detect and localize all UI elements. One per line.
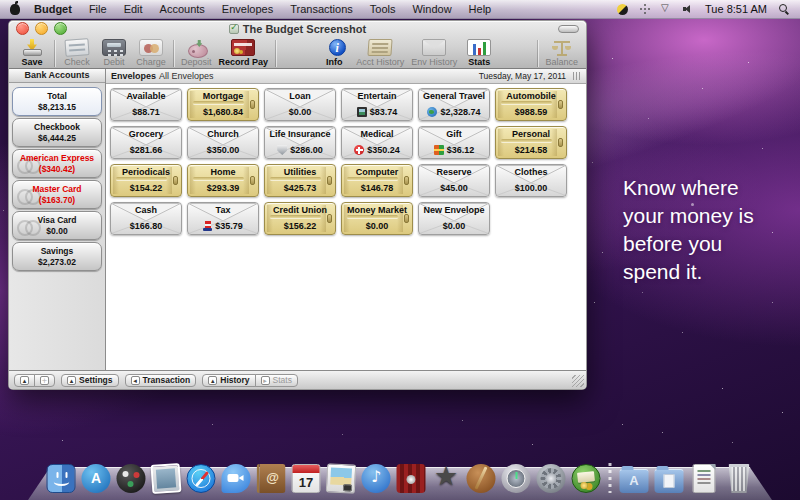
menu-budget[interactable]: Budget <box>34 3 72 15</box>
envelope-credit-union[interactable]: Credit Union$156.22 <box>264 202 336 235</box>
envelope-general-travel[interactable]: General Travel$2,328.74 <box>418 88 490 121</box>
menu-help[interactable]: Help <box>469 3 492 15</box>
envelope-available[interactable]: Available$88.71 <box>110 88 182 121</box>
check-button[interactable]: Check <box>62 39 92 67</box>
statusbar-settings[interactable]: ▴Settings <box>61 374 119 387</box>
balance-button[interactable]: Balance <box>545 39 578 67</box>
dock-trash[interactable] <box>724 462 755 493</box>
deposit-button[interactable]: Deposit <box>181 42 212 67</box>
envelope-grocery[interactable]: Grocery$281.66 <box>110 126 182 159</box>
envelope-clothes[interactable]: Clothes$100.00 <box>495 164 567 197</box>
dock-finder[interactable] <box>46 462 77 493</box>
statusbar-history[interactable]: ▴History <box>202 374 255 387</box>
menu-envelopes[interactable]: Envelopes <box>222 3 273 15</box>
envelope-automobile[interactable]: Automobile$988.59 <box>495 88 567 121</box>
statusbar-transaction[interactable]: ◂Transaction <box>125 374 197 387</box>
menu-file[interactable]: File <box>89 3 107 15</box>
dock-imovie[interactable] <box>431 462 462 493</box>
account-total[interactable]: Total$8,213.15 <box>12 87 102 116</box>
dock-safari[interactable] <box>186 462 217 493</box>
record-pay-button[interactable]: Record Pay <box>219 39 269 67</box>
envelope-computer[interactable]: Computer$146.78 <box>341 164 413 197</box>
info-button[interactable]: Info <box>319 39 349 67</box>
menu-transactions[interactable]: Transactions <box>290 3 353 15</box>
zoom-button[interactable] <box>54 22 67 35</box>
dock-address-book[interactable] <box>256 462 287 493</box>
envelope-new-envelope[interactable]: New Envelope$0.00 <box>418 202 490 235</box>
debit-button[interactable]: Debit <box>99 39 129 67</box>
dock-pdf-document[interactable] <box>689 462 720 493</box>
statusbar-stats[interactable]: ▸Stats <box>255 374 298 387</box>
menu-accounts[interactable]: Accounts <box>160 3 205 15</box>
dock-applications-folder[interactable] <box>619 462 650 493</box>
toolbar-separator <box>537 40 538 67</box>
volume-icon[interactable] <box>683 4 694 15</box>
menu-orb-icon[interactable] <box>617 4 628 15</box>
minimize-button[interactable] <box>35 22 48 35</box>
acct-history-button[interactable]: Acct History <box>356 39 404 67</box>
envelope-utilities[interactable]: Utilities$425.73 <box>264 164 336 197</box>
dock-budget[interactable] <box>571 462 602 493</box>
dock-app-store[interactable] <box>81 462 112 493</box>
dock-garageband[interactable] <box>466 462 497 493</box>
envelope-tax[interactable]: Tax$35.79 <box>187 202 259 235</box>
envelope-cash[interactable]: Cash$166.80 <box>110 202 182 235</box>
envelope-mortgage[interactable]: Mortgage$1,680.84 <box>187 88 259 121</box>
toolbar-toggle-button[interactable] <box>558 25 579 33</box>
envelope-money-market[interactable]: Money Market$0.00 <box>341 202 413 235</box>
account-visa-card[interactable]: Visa Card$0.00 <box>12 211 102 240</box>
envelope-gift[interactable]: Gift$36.12 <box>418 126 490 159</box>
dock-photo-booth[interactable] <box>396 462 427 493</box>
window-titlebar[interactable]: The Budget Screenshot <box>9 21 586 36</box>
dock-dashboard[interactable] <box>116 462 147 493</box>
close-button[interactable] <box>16 22 29 35</box>
statusbar-button[interactable]: ▴ <box>14 374 35 387</box>
airport-icon[interactable] <box>661 4 672 15</box>
dock-ical[interactable]: 17 <box>291 462 322 493</box>
envelope-church[interactable]: Church$350.00 <box>187 126 259 159</box>
window-title: The Budget Screenshot <box>243 23 366 35</box>
statusbar-button[interactable]: + <box>34 374 55 387</box>
account-master-card[interactable]: Master Card($163.70) <box>12 180 102 209</box>
spotlight-icon[interactable] <box>778 3 790 15</box>
envelope-periodicals[interactable]: Periodicals$154.22 <box>110 164 182 197</box>
menu-tools[interactable]: Tools <box>370 3 396 15</box>
documents-folder-icon <box>655 469 684 493</box>
envelope-home[interactable]: Home$293.39 <box>187 164 259 197</box>
dock-ichat[interactable] <box>221 462 252 493</box>
check-icon <box>64 38 89 57</box>
envelope-life-insurance[interactable]: Life Insurance$286.00 <box>264 126 336 159</box>
stats-button[interactable]: Stats <box>464 39 494 67</box>
dock-documents-folder[interactable] <box>654 462 685 493</box>
envelope-reserve[interactable]: Reserve$45.00 <box>418 164 490 197</box>
window-chrome: The Budget Screenshot SaveCheckDebitChar… <box>9 21 586 69</box>
envelope-personal[interactable]: Personal$214.58 <box>495 126 567 159</box>
apple-menu-icon[interactable] <box>10 4 20 15</box>
menu-clock[interactable]: Tue 8:51 AM <box>705 3 767 15</box>
menu-window[interactable]: Window <box>412 3 451 15</box>
dock-iphoto[interactable] <box>326 462 357 493</box>
account-savings[interactable]: Savings$2,273.02 <box>12 242 102 271</box>
account-checkbook[interactable]: Checkbook$6,444.25 <box>12 118 102 147</box>
document-proxy-icon <box>229 24 239 34</box>
save-button[interactable]: Save <box>17 39 47 67</box>
dock-time-machine[interactable] <box>501 462 532 493</box>
env-history-button[interactable]: Env History <box>411 39 457 67</box>
menu-edit[interactable]: Edit <box>124 3 143 15</box>
toolbar-separator <box>173 40 174 67</box>
charge-button[interactable]: Charge <box>136 39 166 67</box>
dock-itunes[interactable] <box>361 462 392 493</box>
envelope-medical[interactable]: Medical$350.24 <box>341 126 413 159</box>
balance-icon <box>550 39 574 56</box>
envelope-entertain[interactable]: Entertain$83.74 <box>341 88 413 121</box>
imovie-icon <box>432 464 461 493</box>
header-grip-icon[interactable] <box>573 72 581 80</box>
account-american-express[interactable]: American Express($340.42) <box>12 149 102 178</box>
resize-grip[interactable] <box>572 375 584 387</box>
dock-system-preferences[interactable] <box>536 462 567 493</box>
menu-status-icons <box>617 4 694 15</box>
dock-mail[interactable] <box>151 462 182 493</box>
keyboard-brightness-icon[interactable] <box>639 4 650 15</box>
envelope-loan[interactable]: Loan$0.00 <box>264 88 336 121</box>
itunes-icon <box>362 464 391 493</box>
